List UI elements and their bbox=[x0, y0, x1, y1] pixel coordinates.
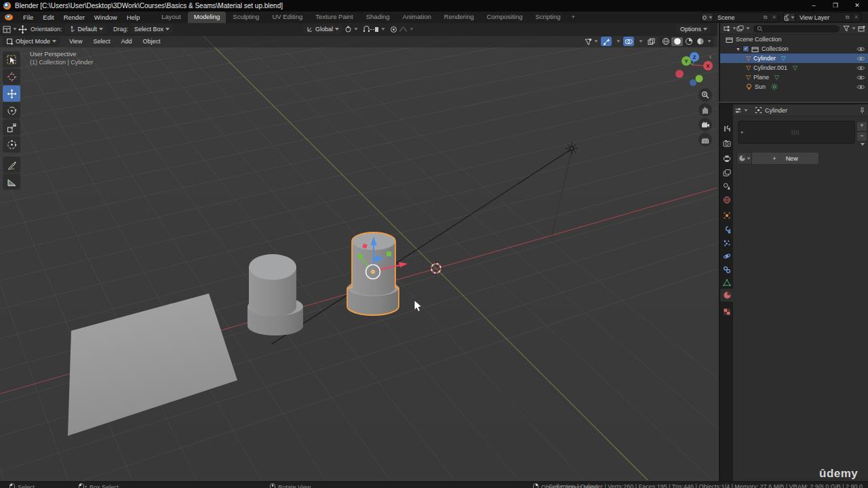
minimize-button[interactable]: – bbox=[803, 0, 825, 12]
pin-icon[interactable] bbox=[859, 107, 865, 114]
visibility-eye-icon[interactable] bbox=[856, 75, 865, 81]
menu-window[interactable]: Window bbox=[90, 12, 122, 23]
properties-tab-scene[interactable] bbox=[720, 180, 733, 192]
scene-selector[interactable]: Scene ⧉ ✕ bbox=[701, 12, 779, 22]
properties-tab-output[interactable] bbox=[720, 152, 733, 165]
outliner-item-cylinder-001[interactable]: ▽Cylinder.001▽ bbox=[720, 63, 868, 73]
nav-x-neg-axis[interactable] bbox=[675, 70, 684, 78]
drag-dropdown[interactable]: Select Box bbox=[131, 24, 173, 34]
close-button[interactable]: ✕ bbox=[846, 0, 868, 12]
new-material-button[interactable]: + New bbox=[752, 152, 819, 165]
menu-file[interactable]: File bbox=[18, 12, 38, 23]
visibility-eye-icon[interactable] bbox=[856, 65, 865, 71]
properties-tab-world[interactable] bbox=[720, 193, 733, 206]
snap-with-icon[interactable] bbox=[370, 24, 385, 34]
material-browse-button[interactable] bbox=[736, 152, 752, 165]
workspace-tab-layout[interactable]: Layout bbox=[155, 12, 187, 23]
plane-object[interactable] bbox=[68, 293, 237, 436]
menu-help[interactable]: Help bbox=[122, 12, 145, 23]
delete-scene-icon[interactable]: ✕ bbox=[770, 14, 778, 20]
snap-target-icon[interactable] bbox=[344, 24, 358, 34]
annotate-tool[interactable] bbox=[3, 157, 20, 173]
transform-space-dropdown[interactable]: Global bbox=[303, 24, 342, 34]
navigation-gizmo[interactable]: Z Y X bbox=[671, 49, 715, 89]
scale-tool[interactable] bbox=[3, 119, 20, 136]
view-layer-name[interactable]: View Layer bbox=[795, 14, 843, 21]
workspace-tab-rendering[interactable]: Rendering bbox=[438, 12, 480, 23]
shading-rendered-icon[interactable] bbox=[694, 37, 706, 46]
rotate-tool[interactable] bbox=[3, 102, 20, 119]
blender-menu-icon[interactable] bbox=[5, 14, 13, 20]
delete-view-layer-icon[interactable]: ✕ bbox=[852, 14, 861, 20]
overlays-icon[interactable] bbox=[623, 37, 634, 46]
outliner-item-collection[interactable]: ▼✓Collection bbox=[720, 44, 868, 54]
visibility-eye-icon[interactable] bbox=[856, 46, 865, 52]
list-grip[interactable]: |||| bbox=[791, 129, 800, 135]
visibility-eye-icon[interactable] bbox=[856, 56, 865, 62]
shading-solid-icon[interactable] bbox=[671, 37, 683, 46]
properties-tab-view-layer[interactable] bbox=[720, 166, 733, 179]
viewport-menu-add[interactable]: Add bbox=[115, 36, 137, 47]
toggle-ortho-icon[interactable] bbox=[698, 133, 712, 146]
pan-hand-icon[interactable] bbox=[698, 103, 712, 117]
3d-viewport[interactable]: Orientation: Default Drag: Select Box Gl… bbox=[0, 23, 717, 481]
menu-render[interactable]: Render bbox=[59, 12, 90, 23]
search-input[interactable] bbox=[753, 25, 840, 33]
properties-tab-object[interactable] bbox=[720, 209, 733, 222]
outliner-item-cylinder[interactable]: ▽Cylinder▽ bbox=[720, 54, 868, 63]
new-view-layer-icon[interactable]: ⧉ bbox=[843, 14, 852, 21]
viewport-canvas[interactable] bbox=[0, 23, 717, 481]
workspace-tab-modeling[interactable]: Modeling bbox=[188, 12, 226, 23]
measure-tool[interactable] bbox=[3, 174, 20, 190]
move-tool[interactable] bbox=[3, 85, 20, 102]
orientation-dropdown[interactable]: Default bbox=[65, 24, 107, 34]
menu-edit[interactable]: Edit bbox=[38, 12, 58, 23]
cursor-tool[interactable] bbox=[3, 68, 20, 85]
options-dropdown[interactable]: Options bbox=[677, 24, 711, 34]
properties-tab-tool[interactable] bbox=[720, 122, 733, 135]
proportional-edit-icon[interactable] bbox=[388, 24, 399, 34]
slot-specials-menu[interactable] bbox=[861, 143, 865, 146]
zoom-icon[interactable] bbox=[698, 88, 712, 102]
mode-dropdown[interactable]: Object Mode bbox=[3, 37, 60, 46]
properties-tab-modifiers[interactable] bbox=[720, 223, 733, 236]
breadcrumb-object-name[interactable]: Cylinder bbox=[765, 107, 787, 114]
remove-slot-button[interactable]: − bbox=[856, 131, 867, 142]
object-type-visibility-icon[interactable] bbox=[585, 37, 598, 46]
collection-checkbox[interactable]: ✓ bbox=[743, 45, 749, 52]
nav-z-neg-axis[interactable] bbox=[690, 79, 696, 86]
view-layer-icon[interactable] bbox=[784, 14, 795, 21]
shading-wireframe-icon[interactable] bbox=[660, 37, 671, 46]
outliner-item-sun[interactable]: Sun bbox=[720, 82, 868, 92]
workspace-tab-animation[interactable]: Animation bbox=[397, 12, 437, 23]
new-scene-icon[interactable]: ⧉ bbox=[761, 14, 770, 21]
workspace-tab-texture-paint[interactable]: Texture Paint bbox=[309, 12, 359, 23]
scene-icon[interactable] bbox=[702, 14, 713, 21]
properties-tab-particles[interactable] bbox=[720, 237, 733, 249]
properties-tab-render[interactable] bbox=[720, 137, 733, 150]
viewport-menu-view[interactable]: View bbox=[64, 36, 87, 47]
nav-y-neg-axis[interactable] bbox=[696, 75, 703, 83]
outliner-item-plane[interactable]: ▽Plane▽ bbox=[720, 73, 868, 82]
workspace-tab-compositing[interactable]: Compositing bbox=[481, 12, 529, 23]
transform-tool[interactable] bbox=[3, 136, 20, 152]
add-workspace-button[interactable]: + bbox=[567, 12, 579, 23]
workspace-tab-shading[interactable]: Shading bbox=[360, 12, 396, 23]
properties-tab-texture[interactable] bbox=[720, 305, 733, 318]
maximize-button[interactable]: ❐ bbox=[825, 0, 846, 12]
workspace-tab-uv-editing[interactable]: UV Editing bbox=[266, 12, 309, 23]
new-collection-icon[interactable] bbox=[856, 24, 867, 33]
move-tool-icon[interactable] bbox=[17, 24, 28, 34]
shading-material-icon[interactable] bbox=[683, 37, 694, 46]
editor-type-button[interactable] bbox=[3, 24, 17, 34]
falloff-icon[interactable] bbox=[399, 24, 414, 34]
workspace-tab-scripting[interactable]: Scripting bbox=[530, 12, 567, 23]
properties-tab-material[interactable] bbox=[720, 289, 734, 302]
xray-icon[interactable] bbox=[646, 37, 656, 46]
select-box-tool[interactable] bbox=[3, 52, 20, 68]
viewport-menu-object[interactable]: Object bbox=[137, 36, 165, 47]
add-slot-button[interactable]: + bbox=[856, 121, 867, 131]
display-mode-icon[interactable] bbox=[736, 24, 750, 33]
scene-name[interactable]: Scene bbox=[713, 14, 761, 21]
expander-arrow[interactable]: ▼ bbox=[736, 47, 741, 52]
